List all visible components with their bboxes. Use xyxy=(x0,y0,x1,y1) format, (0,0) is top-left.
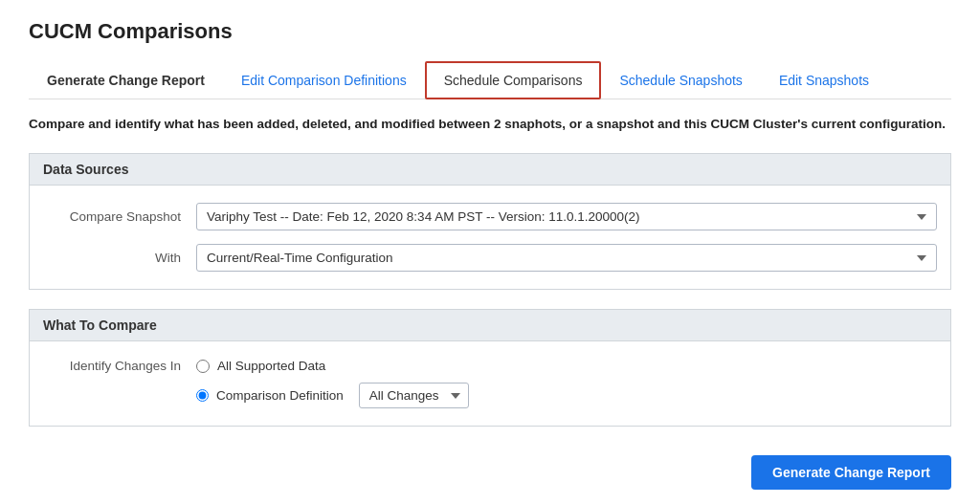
footer-row: Generate Change Report xyxy=(29,446,951,499)
page-wrapper: CUCM Comparisons Generate Change Report … xyxy=(0,0,980,504)
data-sources-header: Data Sources xyxy=(29,153,951,186)
with-label: With xyxy=(43,251,196,265)
compare-snapshot-row: Compare Snapshot Variphy Test -- Date: F… xyxy=(43,203,937,230)
tab-edit-snapshots[interactable]: Edit Snapshots xyxy=(761,62,887,99)
with-select[interactable]: Current/Real-Time Configuration xyxy=(196,244,937,272)
tab-schedule-comparisons[interactable]: Schedule Comparisons xyxy=(425,61,602,99)
radio-all-supported[interactable] xyxy=(196,360,210,373)
what-to-compare-section: What To Compare Identify Changes In All … xyxy=(29,309,951,427)
radio-all-supported-row: All Supported Data xyxy=(196,359,469,373)
radio-all-label[interactable]: All Supported Data xyxy=(217,359,325,373)
data-sources-body: Compare Snapshot Variphy Test -- Date: F… xyxy=(29,186,951,290)
radio-comparison-label[interactable]: Comparison Definition xyxy=(216,388,344,403)
page-description: Compare and identify what has been added… xyxy=(29,115,951,134)
comparison-definition-select[interactable]: All Changes xyxy=(359,383,469,408)
identify-changes-row: Identify Changes In All Supported Data C… xyxy=(43,359,937,408)
data-sources-section: Data Sources Compare Snapshot Variphy Te… xyxy=(29,153,951,290)
with-row: With Current/Real-Time Configuration xyxy=(43,244,937,272)
compare-snapshot-label: Compare Snapshot xyxy=(43,209,196,224)
tab-schedule-snapshots[interactable]: Schedule Snapshots xyxy=(601,62,760,99)
compare-snapshot-select[interactable]: Variphy Test -- Date: Feb 12, 2020 8:34 … xyxy=(196,203,937,230)
tab-edit-comparison[interactable]: Edit Comparison Definitions xyxy=(223,62,425,99)
identify-changes-label: Identify Changes In xyxy=(43,359,196,373)
what-to-compare-header: What To Compare xyxy=(29,309,951,341)
radio-comparison-definition[interactable] xyxy=(196,389,209,402)
radio-comparison-row: Comparison Definition All Changes xyxy=(196,383,469,408)
radio-group: All Supported Data Comparison Definition… xyxy=(196,359,469,408)
nav-tabs: Generate Change Report Edit Comparison D… xyxy=(29,61,951,99)
what-to-compare-body: Identify Changes In All Supported Data C… xyxy=(29,341,951,427)
page-title: CUCM Comparisons xyxy=(29,19,951,44)
generate-change-report-button[interactable]: Generate Change Report xyxy=(751,455,951,490)
tab-generate[interactable]: Generate Change Report xyxy=(29,62,223,99)
